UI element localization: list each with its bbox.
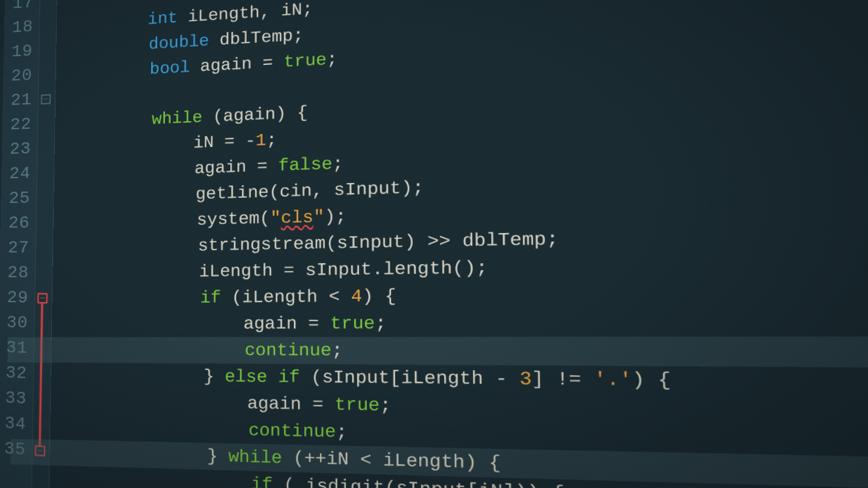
token-id: iN (193, 132, 224, 153)
line-number[interactable]: 28 (3, 260, 30, 286)
indent (77, 210, 197, 232)
indent (86, 470, 251, 488)
token-op: < (360, 450, 383, 471)
token-bool: true (283, 50, 327, 72)
token-op: >> (428, 231, 451, 252)
token-kw: else if (224, 367, 300, 388)
line-number[interactable] (0, 461, 25, 488)
token-num: 4 (351, 286, 362, 307)
token-bool: false (278, 154, 332, 176)
token-op: = (262, 53, 283, 73)
token-op: < (329, 286, 351, 307)
token-id: dblTemp; (451, 228, 559, 251)
line-number[interactable]: 21 (6, 88, 32, 113)
token-pn: ) { (362, 286, 396, 307)
indent (80, 314, 243, 334)
editor-viewport: 17181920212223242526272829303132333435 −… (0, 0, 868, 488)
token-bool: true (335, 394, 380, 415)
fold-toggle-icon[interactable]: − (41, 94, 51, 104)
token-id: (iLength (221, 287, 328, 307)
indent (71, 35, 149, 58)
fold-guide-line (39, 303, 43, 446)
token-str: " (270, 208, 281, 228)
indent (70, 10, 148, 34)
token-num: 1 (256, 130, 266, 150)
token-op: - (495, 368, 520, 390)
token-pn: ; (336, 422, 347, 443)
token-id: system( (197, 208, 270, 230)
token-str: '.' (593, 369, 632, 391)
token-id: dblTemp; (209, 25, 304, 50)
token-pn: ( (282, 448, 304, 469)
token-id: iLength (199, 261, 283, 281)
token-str: " (314, 207, 325, 227)
token-pn: ; (266, 130, 277, 150)
line-number[interactable]: 23 (5, 137, 31, 162)
indent (76, 185, 196, 207)
token-op: = (283, 261, 294, 281)
token-typ: int (148, 8, 178, 29)
indent (73, 110, 152, 133)
line-number[interactable]: 22 (6, 112, 32, 137)
indent (85, 444, 207, 467)
indent (82, 366, 204, 387)
token-id: iN (327, 448, 360, 470)
token-id: again (194, 157, 257, 179)
token-kw: while (229, 447, 282, 469)
token-pn: ; (332, 340, 343, 361)
line-number[interactable]: 24 (5, 161, 31, 186)
token-op: = (312, 394, 335, 415)
token-pn: ) { (632, 369, 671, 391)
token-id: (sInput[iLength (300, 367, 495, 389)
line-number[interactable]: 27 (4, 235, 30, 260)
line-number[interactable]: 32 (1, 360, 27, 386)
token-op: != (556, 369, 594, 391)
line-number[interactable]: 33 (1, 385, 27, 412)
line-number[interactable]: 29 (2, 285, 29, 310)
line-number[interactable]: 26 (4, 211, 30, 235)
line-number[interactable]: 17 (8, 0, 34, 17)
token-pn: } (204, 366, 225, 387)
token-id: again (243, 313, 308, 333)
token-op: ++ (304, 448, 327, 470)
token-typ: double (149, 31, 210, 54)
indent (80, 288, 201, 308)
token-op: = (257, 156, 278, 176)
token-op: = (308, 313, 330, 334)
token-pn: ); (324, 207, 346, 227)
token-str: cls (281, 207, 314, 228)
indent (71, 60, 149, 83)
code-editor[interactable]: 17181920212223242526272829303132333435 −… (0, 0, 868, 488)
indent (83, 392, 247, 414)
token-kw: while (152, 108, 203, 129)
indent (84, 418, 249, 441)
token-id: again (247, 394, 312, 415)
token-kw: continue (244, 340, 331, 361)
indent (74, 133, 194, 157)
token-bool: true (330, 313, 375, 334)
indent (81, 340, 245, 361)
token-pn: ; (380, 395, 391, 416)
line-number[interactable]: 18 (8, 15, 34, 40)
token-op: = - (224, 131, 256, 152)
token-kw: if (251, 474, 273, 488)
indent (73, 85, 151, 107)
line-number[interactable]: 34 (0, 411, 27, 437)
line-number[interactable]: 30 (2, 310, 28, 336)
indent (79, 262, 199, 283)
token-num: 3 (520, 368, 532, 390)
line-number[interactable]: 25 (4, 186, 30, 211)
code-area[interactable]: string sInput; int iLength, iN; double d… (49, 0, 868, 488)
indent (75, 159, 194, 182)
token-id: stringstream(sInput) (198, 231, 428, 256)
token-pn: ; (332, 153, 344, 174)
token-id: getline(cin, sInput); (195, 178, 424, 204)
line-number[interactable]: 19 (7, 39, 33, 64)
token-typ: bool (149, 58, 190, 79)
token-pn: ; (375, 313, 386, 334)
token-pn: ; (327, 50, 338, 70)
token-pn: (again) { (203, 103, 308, 127)
fold-toggle-icon[interactable]: − (38, 293, 48, 303)
token-pn: } (207, 446, 229, 467)
line-number[interactable]: 20 (6, 63, 32, 89)
